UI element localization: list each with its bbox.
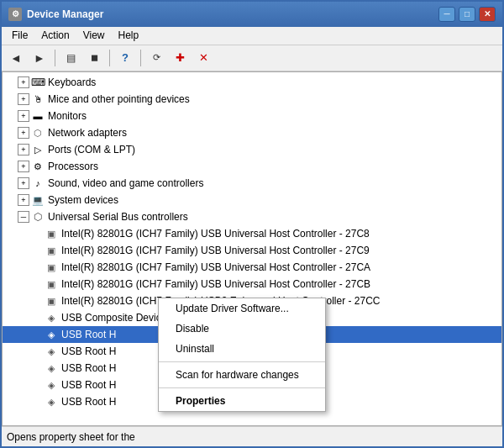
window-icon: ⚙	[8, 8, 22, 21]
context-properties[interactable]: Properties	[159, 391, 325, 411]
tree-label-mice: Mice and other pointing devices	[48, 93, 500, 105]
main-content: + Keyboards + 🖱 Mice and other pointing …	[2, 71, 502, 426]
context-menu-separator	[159, 361, 325, 362]
title-bar: ⚙ Device Manager ─ □ ✕	[2, 2, 502, 27]
usbctrl-icon: ▣	[45, 261, 58, 274]
expand-usb[interactable]: ─	[18, 211, 29, 223]
tree-item-usb1[interactable]: ▣ Intel(R) 82801G (ICH7 Family) USB Univ…	[3, 225, 501, 242]
expand-sysdev[interactable]: +	[18, 194, 29, 206]
context-menu: Update Driver Software... Disable Uninst…	[158, 298, 326, 412]
context-uninstall-label: Uninstall	[176, 343, 214, 355]
monitor-icon: ▬	[31, 109, 45, 123]
usbctrl-icon: ▣	[45, 244, 58, 257]
usbctrl-icon: ▣	[45, 277, 58, 291]
tree-label-sound: Sound, video and game controllers	[48, 177, 500, 189]
status-bar: Opens property sheet for the	[2, 426, 502, 446]
tree-item-processors[interactable]: + ⚙ Processors	[3, 158, 501, 175]
tree-label-usb3: Intel(R) 82801G (ICH7 Family) USB Univer…	[61, 261, 500, 273]
tree-item-keyboards[interactable]: + Keyboards	[3, 74, 501, 91]
expand-processors[interactable]: +	[18, 161, 29, 172]
properties-btn[interactable]: ▤	[60, 47, 81, 69]
toolbar: ◄ ► ▤ ◼ ? ⟳ ✚ ✕	[2, 45, 502, 72]
context-properties-label: Properties	[176, 395, 225, 407]
scan-btn[interactable]: ⟳	[145, 47, 167, 69]
tree-item-usb4[interactable]: ▣ Intel(R) 82801G (ICH7 Family) USB Univ…	[3, 276, 501, 293]
tree-label-keyboards: Keyboards	[48, 76, 500, 88]
tree-item-ports[interactable]: + ▷ Ports (COM & LPT)	[3, 141, 501, 158]
sysdev-icon: 💻	[31, 193, 45, 207]
tree-item-sound[interactable]: + ♪ Sound, video and game controllers	[3, 175, 501, 192]
toolbar-separator-3	[140, 50, 141, 66]
keyboard-icon	[31, 76, 45, 89]
menu-file[interactable]: File	[5, 28, 34, 43]
status-text: Opens property sheet for the	[7, 431, 135, 443]
context-disable[interactable]: Disable	[159, 319, 325, 339]
window-title: Device Manager	[27, 8, 438, 20]
tree-label-usb1: Intel(R) 82801G (ICH7 Family) USB Univer…	[61, 228, 500, 240]
ports-icon: ▷	[31, 143, 45, 156]
tree-label-monitors: Monitors	[48, 110, 500, 122]
tree-label-ports: Ports (COM & LPT)	[48, 144, 500, 155]
tree-item-usb[interactable]: ─ ⬡ Universal Serial Bus controllers	[3, 208, 501, 225]
forward-btn[interactable]: ►	[29, 47, 50, 69]
tree-label-sysdev: System devices	[48, 194, 500, 206]
usbdev-icon: ◈	[45, 328, 58, 341]
toolbar-separator-1	[55, 50, 55, 66]
update-btn[interactable]: ◼	[83, 47, 105, 69]
network-icon: ⬡	[31, 126, 45, 140]
expand-sound[interactable]: +	[18, 177, 29, 189]
tree-label-network: Network adapters	[48, 127, 500, 139]
expand-keyboards[interactable]: +	[18, 76, 29, 88]
back-btn[interactable]: ◄	[5, 47, 27, 69]
context-menu-separator-2	[159, 387, 325, 388]
tree-label-usb: Universal Serial Bus controllers	[48, 211, 500, 223]
tree-label-processors: Processors	[48, 161, 500, 172]
usbdev-icon: ◈	[45, 378, 58, 392]
usbctrl-icon: ▣	[45, 294, 58, 308]
tree-item-network[interactable]: + ⬡ Network adapters	[3, 124, 501, 141]
expand-mice[interactable]: +	[18, 93, 29, 105]
sound-icon: ♪	[31, 177, 45, 190]
menu-action[interactable]: Action	[34, 28, 76, 43]
cpu-icon: ⚙	[31, 160, 45, 173]
tree-item-monitors[interactable]: + ▬ Monitors	[3, 108, 501, 124]
help-btn[interactable]: ?	[114, 47, 136, 69]
add-btn[interactable]: ✚	[169, 47, 191, 69]
tree-item-usb3[interactable]: ▣ Intel(R) 82801G (ICH7 Family) USB Univ…	[3, 259, 501, 276]
menu-view[interactable]: View	[76, 28, 112, 43]
tree-label-usb2: Intel(R) 82801G (ICH7 Family) USB Univer…	[61, 245, 500, 256]
usbdev-icon: ◈	[45, 395, 58, 408]
toolbar-separator-2	[109, 50, 110, 66]
remove-btn[interactable]: ✕	[192, 47, 214, 69]
tree-item-mice[interactable]: + 🖱 Mice and other pointing devices	[3, 91, 501, 108]
context-scan[interactable]: Scan for hardware changes	[159, 365, 325, 385]
usbctrl-icon: ▣	[45, 227, 58, 240]
title-buttons: ─ □ ✕	[438, 7, 496, 22]
tree-item-usb2[interactable]: ▣ Intel(R) 82801G (ICH7 Family) USB Univ…	[3, 242, 501, 259]
usbdev-icon: ◈	[45, 311, 58, 324]
mice-icon: 🖱	[31, 92, 45, 106]
context-disable-label: Disable	[176, 323, 209, 335]
maximize-button[interactable]: □	[459, 7, 475, 22]
context-uninstall[interactable]: Uninstall	[159, 339, 325, 359]
usb-icon: ⬡	[31, 210, 45, 224]
tree-item-sysdev[interactable]: + 💻 System devices	[3, 192, 501, 208]
tree-label-usb4: Intel(R) 82801G (ICH7 Family) USB Univer…	[61, 278, 500, 290]
context-update-driver-label: Update Driver Software...	[176, 303, 289, 314]
usbdev-icon: ◈	[45, 361, 58, 375]
menu-bar: File Action View Help	[2, 27, 502, 45]
expand-ports[interactable]: +	[18, 144, 29, 155]
minimize-button[interactable]: ─	[438, 7, 455, 22]
device-manager-window: ⚙ Device Manager ─ □ ✕ File Action View …	[0, 0, 504, 448]
close-button[interactable]: ✕	[479, 7, 496, 22]
context-scan-label: Scan for hardware changes	[176, 369, 299, 381]
menu-help[interactable]: Help	[112, 28, 146, 43]
expand-monitors[interactable]: +	[18, 110, 29, 122]
expand-network[interactable]: +	[18, 127, 29, 139]
context-update-driver[interactable]: Update Driver Software...	[159, 298, 325, 319]
usbdev-icon: ◈	[45, 345, 58, 358]
